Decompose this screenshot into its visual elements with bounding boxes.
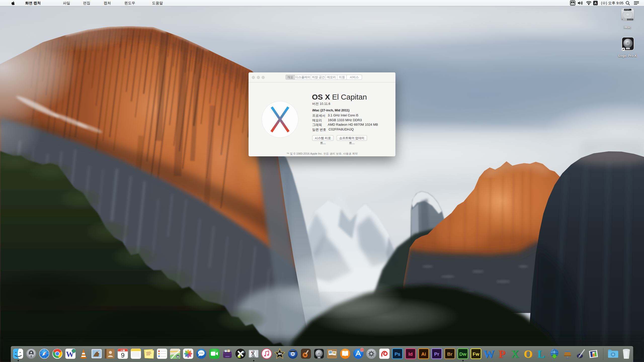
svg-text:12월: 12월 bbox=[121, 349, 125, 351]
svg-text:1: 1 bbox=[361, 349, 363, 351]
svg-text:Ps: Ps bbox=[394, 351, 400, 357]
svg-text:L: L bbox=[537, 348, 545, 359]
svg-text:Fw: Fw bbox=[473, 351, 479, 357]
svg-text:Ai: Ai bbox=[421, 351, 426, 357]
svg-text:Id: Id bbox=[409, 351, 413, 357]
svg-text:X: X bbox=[511, 348, 519, 359]
svg-text:W: W bbox=[483, 348, 494, 359]
svg-text:Dw: Dw bbox=[459, 351, 467, 357]
svg-text:9: 9 bbox=[121, 351, 125, 359]
svg-text:3D: 3D bbox=[177, 356, 179, 358]
svg-text:Br: Br bbox=[447, 351, 453, 357]
svg-text:O: O bbox=[524, 348, 532, 359]
svg-text:A: A bbox=[594, 1, 597, 5]
svg-text:P: P bbox=[499, 348, 505, 359]
svg-text:Pr: Pr bbox=[434, 351, 439, 357]
